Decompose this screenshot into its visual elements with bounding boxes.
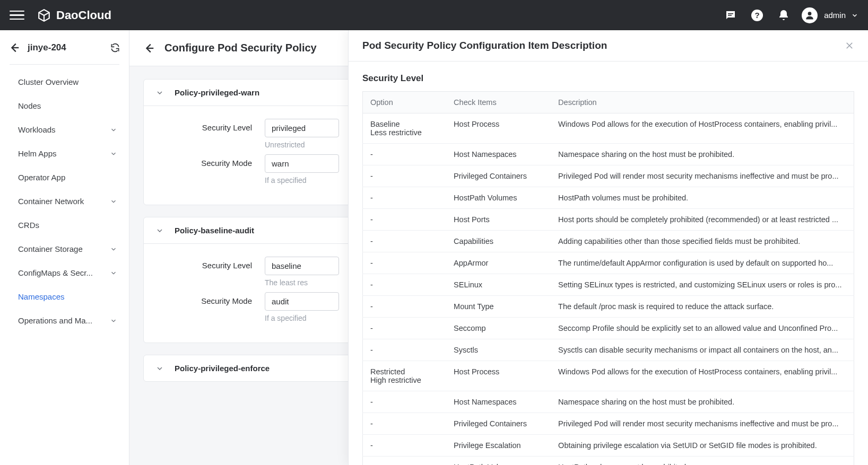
description-cell: Adding capabilities other than those spe… [551, 231, 854, 252]
description-drawer: Pod Security Policy Configuration Item D… [348, 30, 868, 465]
check-cell: SELinux [446, 274, 551, 296]
drawer-body[interactable]: Security Level Option Check Items Descri… [349, 62, 868, 465]
sidebar-item[interactable]: Operator App [0, 165, 129, 189]
sidebar-item-label: Operations and Ma... [18, 316, 92, 325]
check-cell: Seccomp [446, 318, 551, 339]
sidebar-item[interactable]: Operations and Ma... [0, 309, 129, 332]
svg-rect-0 [728, 13, 733, 14]
check-cell: Sysctls [446, 339, 551, 361]
check-cell: Capabilities [446, 231, 551, 252]
option-cell: - [363, 252, 447, 274]
chevron-down-icon [851, 12, 858, 19]
chevron-down-icon [155, 364, 164, 373]
check-cell: Host Namespaces [446, 144, 551, 165]
notifications-button[interactable] [776, 8, 791, 23]
security-level-select[interactable]: privileged [265, 119, 339, 137]
sidebar-item[interactable]: Namespaces [0, 285, 129, 309]
brand-name: DaoCloud [56, 8, 111, 22]
table-row: BaselineLess restrictiveHost ProcessWind… [363, 113, 854, 144]
option-cell: - [363, 435, 447, 457]
policy-name: Policy-privileged-enforce [175, 364, 270, 373]
check-cell: Privilege Escalation [446, 435, 551, 457]
col-check: Check Items [446, 92, 551, 113]
drawer-title: Pod Security Policy Configuration Item D… [362, 40, 607, 51]
option-cell: - [363, 457, 447, 466]
avatar [802, 7, 818, 23]
security-mode-select[interactable]: audit [265, 292, 339, 311]
option-cell: - [363, 296, 447, 318]
table-row: -Host PortsHost ports should be complete… [363, 209, 854, 231]
description-cell: HostPath volumes must be prohibited. [551, 187, 854, 209]
brand-logo[interactable]: DaoCloud [37, 8, 111, 22]
option-cell: - [363, 165, 447, 187]
option-cell: - [363, 339, 447, 361]
user-menu[interactable]: admin [802, 7, 858, 23]
policy-name: Policy-baseline-audit [175, 226, 254, 235]
refresh-icon[interactable] [110, 42, 120, 53]
messages-button[interactable] [723, 8, 738, 23]
table-row: -SELinuxSetting SELinux types is restric… [363, 274, 854, 296]
security-level-select[interactable]: baseline [265, 257, 339, 275]
chevron-down-icon [110, 150, 117, 157]
sidebar-item-label: Cluster Overview [18, 77, 79, 86]
sidebar-item[interactable]: ConfigMaps & Secr... [0, 261, 129, 285]
chevron-down-icon [110, 126, 117, 134]
sidebar-item[interactable]: Nodes [0, 94, 129, 118]
check-cell: Host Process [446, 361, 551, 391]
check-cell: Mount Type [446, 296, 551, 318]
user-icon [804, 10, 815, 21]
sidebar-item[interactable]: Cluster Overview [0, 70, 129, 94]
close-icon[interactable] [845, 41, 854, 50]
description-cell: Namespace sharing on the host must be pr… [551, 391, 854, 413]
sidebar-item-label: ConfigMaps & Secr... [18, 268, 93, 277]
option-cell: RestrictedHigh restrictive [363, 361, 447, 391]
page-title: Configure Pod Security Policy [164, 42, 317, 54]
sidebar-item-label: Helm Apps [18, 149, 57, 158]
col-option: Option [363, 92, 447, 113]
check-cell: Privileged Containers [446, 165, 551, 187]
table-row: -SeccompSeccomp Profile should be explic… [363, 318, 854, 339]
sidebar-item[interactable]: Workloads [0, 118, 129, 142]
cluster-header: jinye-204 [0, 32, 129, 62]
bell-icon [777, 9, 790, 22]
option-cell: - [363, 413, 447, 435]
chevron-down-icon [110, 317, 117, 324]
table-row: -Host NamespacesNamespace sharing on the… [363, 391, 854, 413]
sidebar-item-label: Container Network [18, 197, 84, 206]
security-level-label: Security Level [159, 119, 265, 132]
sidebar-item-label: Operator App [18, 173, 65, 182]
check-cell: HostPath Volumes [446, 457, 551, 466]
description-cell: Windows Pod allows for the execution of … [551, 113, 854, 144]
option-cell: BaselineLess restrictive [363, 113, 447, 144]
col-desc: Description [551, 92, 854, 113]
option-cell: - [363, 391, 447, 413]
sidebar-item[interactable]: Container Network [0, 189, 129, 213]
topbar: DaoCloud ? admin [0, 0, 868, 30]
sidebar-item-label: Container Storage [18, 244, 83, 253]
page-back-button[interactable] [143, 42, 155, 54]
sidebar-item[interactable]: Helm Apps [0, 142, 129, 165]
description-cell: Setting SELinux types is restricted, and… [551, 274, 854, 296]
username-label: admin [824, 11, 846, 20]
description-table: Option Check Items Description BaselineL… [362, 91, 854, 465]
back-arrow-icon[interactable] [8, 42, 20, 54]
security-mode-select[interactable]: warn [265, 154, 339, 173]
table-row: RestrictedHigh restrictiveHost ProcessWi… [363, 361, 854, 391]
menu-toggle-button[interactable] [10, 8, 24, 23]
section-title: Security Level [362, 73, 854, 84]
help-button[interactable]: ? [750, 8, 765, 23]
table-row: -Privileged ContainersPrivileged Pod wil… [363, 165, 854, 187]
table-row: -CapabilitiesAdding capabilities other t… [363, 231, 854, 252]
chevron-down-icon [155, 226, 164, 235]
check-cell: Host Process [446, 113, 551, 144]
sidebar-item[interactable]: CRDs [0, 213, 129, 237]
main-area: Configure Pod Security Policy Policy-pri… [129, 30, 868, 465]
sidebar-item-label: CRDs [18, 221, 39, 230]
description-cell: Windows Pod allows for the execution of … [551, 361, 854, 391]
description-cell: Privileged Pod will render most security… [551, 165, 854, 187]
check-cell: Privileged Containers [446, 413, 551, 435]
description-cell: Obtaining privilege escalation via SetUI… [551, 435, 854, 457]
sidebar-item[interactable]: Container Storage [0, 237, 129, 261]
message-icon [724, 9, 737, 22]
table-row: -AppArmorThe runtime/default AppArmor co… [363, 252, 854, 274]
